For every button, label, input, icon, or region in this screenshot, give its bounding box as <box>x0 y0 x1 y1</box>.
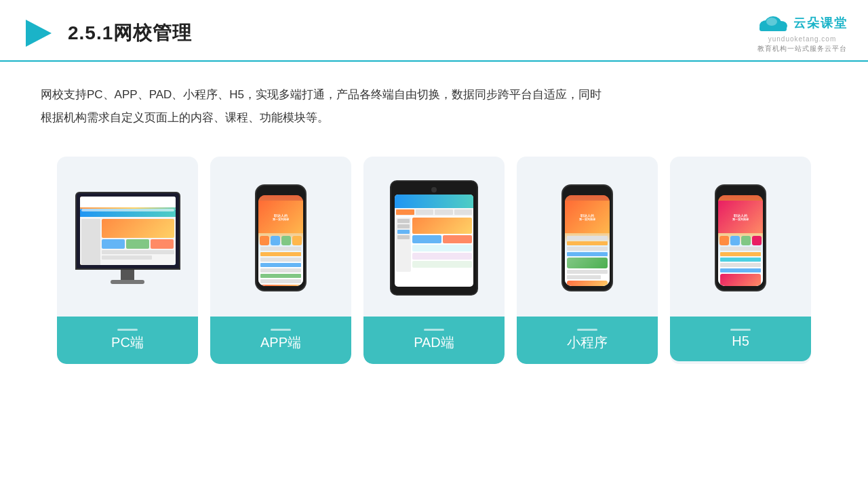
card-label-pad: PAD端 <box>363 317 505 364</box>
card-image-pad <box>363 170 505 306</box>
card-app: 职达人的 第一堂判推课 <box>210 157 351 364</box>
card-label-pc: PC端 <box>57 317 198 364</box>
phone-h5: 职达人的 第一堂判推课 <box>715 184 766 291</box>
logo-sub: 教育机构一站式服务云平台 <box>757 44 847 54</box>
logo-area: 云朵课堂 yunduoketang.com 教育机构一站式服务云平台 <box>757 12 848 54</box>
tablet-pad <box>390 180 478 296</box>
card-miniapp: 职达人的 第一堂判推课 <box>517 157 658 364</box>
description: 网校支持PC、APP、PAD、小程序、H5，实现多端打通，产品各终端自由切换，数… <box>0 62 651 129</box>
card-image-pc <box>57 170 198 306</box>
card-pad: PAD端 <box>363 157 505 364</box>
logo-url: yunduoketang.com <box>768 35 837 43</box>
cards-container: PC端 职达人的 第一堂判推课 <box>0 129 868 364</box>
logo-cloud: 云朵课堂 <box>757 12 848 34</box>
card-image-h5: 职达人的 第一堂判推课 <box>670 170 811 306</box>
svg-marker-0 <box>26 20 52 47</box>
phone-app: 职达人的 第一堂判推课 <box>255 184 307 291</box>
svg-rect-4 <box>760 26 787 31</box>
phone-miniapp: 职达人的 第一堂判推课 <box>561 184 613 291</box>
pc-monitor <box>75 192 180 284</box>
cloud-icon <box>757 12 789 34</box>
page-title: 2.5.1网校管理 <box>68 20 192 46</box>
play-icon <box>20 16 56 51</box>
card-label-app: APP端 <box>210 317 351 364</box>
card-image-miniapp: 职达人的 第一堂判推课 <box>517 170 658 306</box>
logo-text: 云朵课堂 <box>793 15 848 31</box>
card-image-app: 职达人的 第一堂判推课 <box>210 170 351 306</box>
svg-point-5 <box>766 18 777 26</box>
card-label-h5: H5 <box>670 317 811 361</box>
header-left: 2.5.1网校管理 <box>20 16 192 51</box>
header: 2.5.1网校管理 云朵课堂 yunduoketang.com 教育机构一站式服… <box>0 0 868 62</box>
card-pc: PC端 <box>57 157 198 364</box>
card-label-miniapp: 小程序 <box>517 317 658 364</box>
card-h5: 职达人的 第一堂判推课 <box>670 157 811 364</box>
